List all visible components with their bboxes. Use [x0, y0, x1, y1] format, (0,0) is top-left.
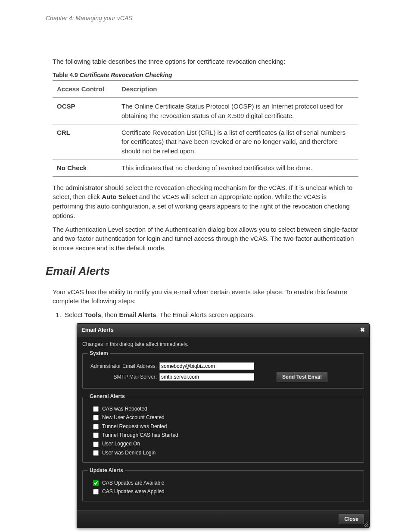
- alert-label: CAS Updates are Available: [102, 479, 165, 487]
- col-header-access: Access Control: [53, 81, 117, 98]
- caption-prefix: Table 4.9: [53, 72, 80, 78]
- alert-label: New User Account Created: [102, 414, 165, 421]
- admin-email-label: Administrator Email Address:: [88, 363, 157, 370]
- alert-checkbox-tunnel-denied[interactable]: [93, 424, 99, 429]
- step-1: Select Tools, then Email Alerts. The Ema…: [63, 310, 358, 528]
- alert-row: Tunnel Request was Denied: [88, 423, 358, 430]
- alert-label: CAS was Rebooted: [102, 405, 147, 413]
- fieldset-update-alerts: Update Alerts CAS Updates are Available …: [82, 467, 364, 501]
- alert-checkbox-user-logged-on[interactable]: [93, 442, 99, 447]
- alert-row: User was Denied Login: [88, 449, 358, 457]
- send-test-email-button[interactable]: Send Test Email: [277, 372, 327, 382]
- col-header-description: Description: [117, 81, 358, 98]
- text: Select: [65, 311, 84, 318]
- caption-title: Certificate Revocation Checking: [80, 72, 172, 78]
- table-row: CRL Certificate Revocation List (CRL) is…: [53, 124, 358, 159]
- alert-checkbox-new-user[interactable]: [93, 415, 99, 420]
- dialog-footer: Close: [77, 510, 369, 528]
- close-button[interactable]: Close: [339, 514, 364, 524]
- table-row: No Check This indicates that no checking…: [53, 159, 358, 176]
- alert-label: CAS Updates were Applied: [102, 488, 165, 495]
- alert-label: Tunnel Through CAS has Started: [102, 432, 178, 439]
- dialog-title: Email Alerts: [81, 326, 114, 334]
- dialog-titlebar[interactable]: Email Alerts ✖: [77, 324, 369, 337]
- alert-row: CAS Updates are Available: [88, 479, 358, 487]
- fieldset-general-alerts: General Alerts CAS was Rebooted New User…: [82, 393, 364, 463]
- legend-general: General Alerts: [88, 393, 127, 400]
- row-desc: This indicates that no checking of revok…: [117, 159, 358, 176]
- alert-row: CAS was Rebooted: [88, 405, 358, 413]
- legend-system: System: [88, 350, 110, 357]
- dialog-body: Changes in this dialog take affect immed…: [77, 337, 369, 510]
- alert-checkbox-updates-available[interactable]: [93, 480, 99, 486]
- smtp-server-input[interactable]: [159, 373, 254, 381]
- resize-grip-icon[interactable]: [364, 523, 368, 527]
- dialog-note: Changes in this dialog take affect immed…: [82, 341, 364, 348]
- alert-label: Tunnel Request was Denied: [102, 423, 167, 430]
- chapter-header: Chapter 4: Managing your vCAS: [46, 14, 365, 22]
- table-row: OCSP The Online Certificate Status Proto…: [53, 98, 358, 124]
- close-icon[interactable]: ✖: [360, 326, 365, 334]
- email-alerts-dialog: Email Alerts ✖ Changes in this dialog ta…: [77, 323, 370, 529]
- intro-paragraph: The following table describes the three …: [53, 57, 358, 66]
- row-desc: The Online Certificate Status Protocol (…: [117, 98, 358, 124]
- alert-label: User Logged On: [102, 440, 140, 448]
- alert-checkbox-updates-applied[interactable]: [93, 489, 99, 495]
- auth-paragraph: The Authentication Level section of the …: [53, 225, 358, 253]
- admin-email-input[interactable]: [159, 362, 254, 370]
- alert-label: User was Denied Login: [102, 449, 156, 457]
- email-intro-paragraph: Your vCAS has the ability to notify you …: [53, 287, 358, 306]
- table-caption: Table 4.9 Certificate Revocation Checkin…: [53, 71, 358, 79]
- row-name: OCSP: [53, 98, 117, 124]
- text: , then: [101, 311, 119, 318]
- alert-row: CAS Updates were Applied: [88, 488, 358, 495]
- bold-email-alerts: Email Alerts: [119, 311, 156, 318]
- bold-tools: Tools: [84, 311, 101, 318]
- row-name: No Check: [53, 159, 117, 176]
- steps-list: Select Tools, then Email Alerts. The Ema…: [63, 310, 358, 532]
- row-name: CRL: [53, 124, 117, 159]
- revocation-table: Access Control Description OCSP The Onli…: [53, 80, 358, 177]
- alert-checkbox-user-denied[interactable]: [93, 450, 99, 456]
- admin-paragraph: The administrator should select the revo…: [53, 183, 358, 221]
- section-title-email-alerts: Email Alerts: [46, 263, 365, 280]
- alert-checkbox-cas-rebooted[interactable]: [93, 406, 99, 412]
- auto-select-bold: Auto Select: [102, 193, 137, 200]
- alert-checkbox-tunnel-started[interactable]: [93, 432, 99, 438]
- legend-update: Update Alerts: [88, 467, 125, 474]
- row-desc: Certificate Revocation List (CRL) is a l…: [117, 124, 358, 159]
- smtp-server-label: SMTP Mail Server:: [88, 373, 157, 381]
- alert-row: User Logged On: [88, 440, 358, 448]
- fieldset-system: System Administrator Email Address: SMTP…: [82, 350, 364, 389]
- alert-row: New User Account Created: [88, 414, 358, 421]
- text: . The Email Alerts screen appears.: [156, 311, 255, 318]
- alert-row: Tunnel Through CAS has Started: [88, 432, 358, 439]
